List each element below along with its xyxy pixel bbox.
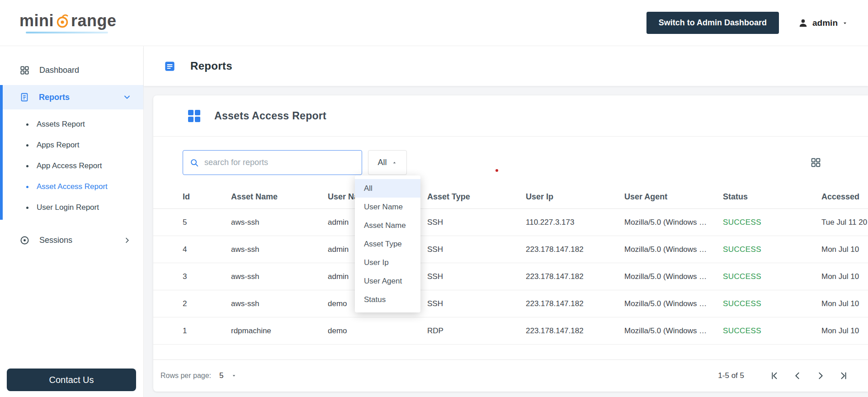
sidebar-item-dashboard[interactable]: Dashboard: [0, 58, 143, 82]
report-title: Assets Access Report: [214, 110, 326, 122]
previous-page-button[interactable]: [793, 371, 802, 381]
cell-asset-name: aws-ssh: [231, 299, 328, 308]
first-page-button[interactable]: [769, 371, 779, 381]
sidebar-item-reports[interactable]: Reports: [0, 85, 143, 109]
sidebar-subitem[interactable]: Apps Report: [0, 135, 143, 156]
cell-asset-name: aws-ssh: [231, 245, 328, 254]
sidebar-item-label: Reports: [39, 93, 70, 102]
cell-asset-type: SSH: [427, 299, 526, 308]
switch-to-admin-dashboard-button[interactable]: Switch to Admin Dashboard: [646, 12, 779, 34]
report-grid-icon: [188, 110, 200, 122]
sidebar-item-sessions[interactable]: Sessions: [0, 228, 143, 252]
rows-per-page-label: Rows per page:: [160, 372, 211, 380]
cell-asset-type: SSH: [427, 272, 526, 281]
sidebar-subitem-label: Asset Access Report: [37, 182, 108, 191]
column-header[interactable]: Asset Type: [427, 192, 526, 202]
table-row: 3 aws-ssh admin SSH 223.178.147.182 Mozi…: [153, 263, 868, 290]
brand-logo: mini range: [19, 13, 117, 33]
bullet-icon: [26, 144, 28, 147]
status-badge: SUCCESS: [723, 299, 821, 308]
cell-accessed: Tue Jul 11 20: [821, 218, 868, 227]
rows-per-page-caret-icon[interactable]: [231, 373, 237, 378]
sidebar-subitem[interactable]: App Access Report: [0, 156, 143, 176]
bullet-icon: [26, 123, 28, 126]
cell-id: 4: [183, 245, 231, 254]
app-root: mini range Switch to Admin Dashboard adm…: [0, 0, 868, 397]
sidebar-subitem-label: App Access Report: [37, 161, 102, 170]
sidebar-subitem[interactable]: User Login Report: [0, 197, 143, 218]
column-settings-icon[interactable]: [810, 157, 821, 168]
cursor-dot: [495, 169, 498, 172]
sidebar-subitem[interactable]: Assets Report: [0, 114, 143, 135]
card-title-row: Assets Access Report: [153, 95, 868, 137]
main-area: Reports Assets Access Report: [144, 46, 868, 397]
cell-asset-name: aws-ssh: [231, 218, 328, 227]
filter-select[interactable]: All: [368, 150, 407, 175]
dropdown-option[interactable]: User Agent: [355, 272, 420, 290]
card-footer: Rows per page: 5 1-5 of 5: [153, 359, 868, 391]
bullet-icon: [26, 165, 28, 167]
sidebar-subitem-label: Assets Report: [37, 120, 85, 129]
column-header[interactable]: Id: [183, 192, 231, 202]
sidebar-item-label: Dashboard: [39, 66, 79, 75]
dropdown-option[interactable]: Asset Type: [355, 235, 420, 253]
logo-orange-icon: [54, 13, 71, 29]
chevron-right-icon: [123, 236, 132, 245]
column-header[interactable]: Accessed: [821, 192, 868, 202]
dropdown-option[interactable]: User Name: [355, 198, 420, 216]
cell-asset-type: SSH: [427, 245, 526, 254]
cell-accessed: Mon Jul 10: [821, 245, 868, 254]
dropdown-option[interactable]: User Ip: [355, 253, 420, 272]
user-name-label: admin: [812, 18, 838, 28]
table-row: 1 rdpmachine demo RDP 223.178.147.182 Mo…: [153, 317, 868, 345]
table-row: 5 aws-ssh admin SSH 110.227.3.173 Mozill…: [153, 209, 868, 236]
sidebar-item-label: Sessions: [39, 236, 72, 245]
dropdown-option[interactable]: Status: [355, 290, 420, 309]
rows-per-page-value[interactable]: 5: [219, 371, 223, 380]
sidebar-subitem[interactable]: Asset Access Report: [0, 176, 143, 197]
cell-accessed: Mon Jul 10: [821, 326, 868, 336]
select-caret-up-icon: [392, 160, 397, 165]
table-row: 2 aws-ssh demo SSH 223.178.147.182 Mozil…: [153, 290, 868, 317]
page-title: Reports: [190, 60, 232, 72]
user-menu[interactable]: admin: [798, 18, 848, 28]
logo-underline: [26, 32, 108, 33]
cell-id: 1: [183, 326, 231, 336]
pagination-controls: [769, 371, 849, 381]
next-page-button[interactable]: [816, 371, 826, 381]
controls-row: All: [153, 150, 868, 175]
search-icon: [189, 158, 199, 168]
sidebar-reports-group: Reports Assets Report: [0, 85, 143, 220]
reports-page-icon: [164, 60, 176, 72]
cell-asset-name: aws-ssh: [231, 272, 328, 281]
status-badge: SUCCESS: [723, 272, 821, 281]
status-badge: SUCCESS: [723, 218, 821, 227]
cell-user-agent: Mozilla/5.0 (Windows …: [624, 272, 723, 281]
column-header[interactable]: Status: [723, 192, 821, 202]
status-badge: SUCCESS: [723, 326, 821, 336]
content-area: Assets Access Report All: [144, 86, 868, 397]
cell-accessed: Mon Jul 10: [821, 272, 868, 281]
search-input[interactable]: [204, 158, 355, 167]
chevron-down-icon: [123, 93, 132, 102]
logo-part-range: range: [71, 13, 117, 29]
bullet-icon: [26, 207, 28, 209]
brand-logo-text: mini range: [19, 13, 117, 29]
contact-us-button[interactable]: Contact Us: [7, 369, 136, 391]
bullet-icon: [26, 186, 28, 188]
sessions-target-icon: [19, 235, 30, 246]
cell-asset-type: SSH: [427, 218, 526, 227]
table-row: 4 aws-ssh admin SSH 223.178.147.182 Mozi…: [153, 236, 868, 263]
dropdown-option[interactable]: All: [355, 179, 420, 198]
last-page-button[interactable]: [839, 371, 849, 381]
user-caret-icon: [842, 20, 848, 26]
cell-user-ip: 223.178.147.182: [526, 245, 624, 254]
column-header[interactable]: Asset Name: [231, 192, 328, 202]
cell-user-ip: 223.178.147.182: [526, 272, 624, 281]
dropdown-option[interactable]: Asset Name: [355, 216, 420, 235]
column-header[interactable]: User Ip: [526, 192, 624, 202]
assets-access-report-card: Assets Access Report All: [153, 95, 868, 392]
cell-user-agent: Mozilla/5.0 (Windows …: [624, 245, 723, 254]
report-table: Id Asset Name User Name Asset Type User …: [153, 185, 868, 345]
column-header[interactable]: User Agent: [624, 192, 723, 202]
